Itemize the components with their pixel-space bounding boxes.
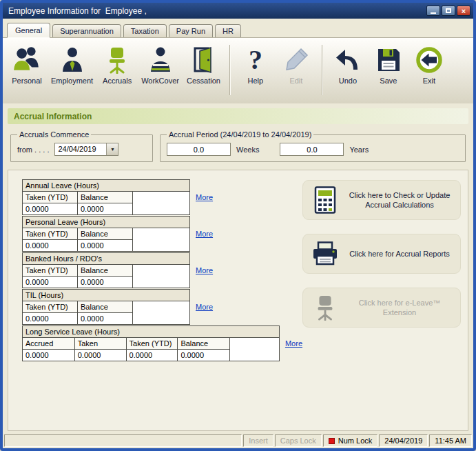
- column-header: Taken (YTD): [23, 301, 78, 313]
- toolbar-undo-label: Undo: [339, 77, 357, 85]
- accrual-main-panel: Annual Leave (Hours) Taken (YTD) Balance…: [8, 170, 468, 431]
- cell-value: 0.0000: [23, 350, 75, 361]
- column-header: Balance: [78, 265, 133, 277]
- toolbar-separator: [229, 45, 230, 95]
- side-buttons-column: Click here to Check or Update Accrual Ca…: [302, 179, 461, 423]
- person-tie-icon: [59, 43, 86, 74]
- content-area: Accrual Information Accruals Commence fr…: [3, 103, 473, 434]
- window-title: Employee Information for Employee ,: [8, 6, 147, 16]
- tab-hr[interactable]: HR: [215, 24, 241, 37]
- til-row: TIL (Hours) Taken (YTD) Balance 0.0000 0…: [22, 289, 302, 325]
- office-chair-icon: [103, 43, 131, 74]
- more-link-til[interactable]: More: [196, 303, 213, 311]
- tab-general[interactable]: General: [7, 23, 50, 38]
- column-header: Taken (YTD): [23, 228, 78, 240]
- cell-value: 0.0000: [74, 350, 126, 361]
- toolbar-separator: [322, 45, 322, 95]
- years-label: Years: [349, 146, 369, 154]
- accrual-period-legend: Accrual Period (24/04/2019 to 24/04/2019…: [167, 130, 313, 139]
- accrual-period-weeks-field[interactable]: [167, 143, 231, 156]
- office-chair-icon: [310, 294, 340, 321]
- status-caps-lock: Caps Lock: [275, 434, 322, 447]
- column-header: Accrued: [23, 338, 75, 350]
- banked-hours-table: Banked Hours / RDO's Taken (YTD) Balance…: [22, 252, 190, 288]
- accruals-commence-date-dropdown[interactable]: 24/04/2019 ▼: [54, 143, 118, 156]
- table-title: Personal Leave (Hours): [23, 217, 190, 228]
- num-lock-indicator-icon: [329, 438, 335, 444]
- long-service-leave-row: Long Service Leave (Hours) Accrued Taken…: [22, 325, 302, 361]
- toolbar-cessation-button[interactable]: Cessation: [185, 42, 223, 86]
- side-button-label: Click here for Accrual Reports: [346, 249, 453, 259]
- cell-value: 0.0000: [78, 277, 133, 288]
- section-header-title: Accrual Information: [14, 112, 92, 121]
- accrual-settings-row: Accruals Commence from . . . . 24/04/201…: [10, 130, 466, 162]
- column-header: Taken (YTD): [23, 265, 78, 277]
- column-header: Taken (YTD): [23, 192, 78, 203]
- toolbar-help-button[interactable]: ? Help: [237, 42, 274, 86]
- table-title: Long Service Leave (Hours): [23, 326, 280, 338]
- pencil-icon: [282, 43, 310, 74]
- cell-value: 0.0000: [178, 350, 230, 361]
- accrual-reports-button[interactable]: Click here for Accrual Reports: [302, 234, 461, 274]
- minimize-button[interactable]: [426, 6, 440, 16]
- table-title: Annual Leave (Hours): [23, 180, 190, 192]
- column-header: Balance: [78, 228, 133, 240]
- table-title: Banked Hours / RDO's: [23, 253, 190, 265]
- more-link-banked-hours[interactable]: More: [196, 266, 213, 274]
- side-button-label: Click here for e-Leave™ Extension: [346, 298, 453, 318]
- status-date: 24/04/2019: [379, 434, 428, 447]
- empty-cell: [230, 338, 280, 361]
- section-header-band: Accrual Information: [8, 108, 468, 124]
- exit-arrow-icon: [415, 43, 443, 74]
- toolbar-employment-button[interactable]: Employment: [49, 42, 95, 86]
- accrual-period-groupbox: Accrual Period (24/04/2019 to 24/04/2019…: [160, 130, 466, 162]
- toolbar-employment-label: Employment: [51, 77, 93, 85]
- toolbar-exit-button[interactable]: Exit: [411, 42, 448, 86]
- toolbar-accruals-button[interactable]: Accruals: [99, 42, 136, 86]
- empty-cell: [133, 301, 190, 325]
- banked-hours-row: Banked Hours / RDO's Taken (YTD) Balance…: [22, 252, 302, 288]
- cell-value: 0.0000: [23, 277, 78, 288]
- title-bar: Employee Information for Employee , ×: [3, 3, 473, 19]
- tab-superannuation[interactable]: Superannuation: [52, 24, 121, 37]
- maximize-button[interactable]: [442, 6, 455, 16]
- column-header: Taken: [74, 338, 126, 350]
- toolbar-undo-button[interactable]: Undo: [329, 42, 366, 86]
- toolbar-cessation-label: Cessation: [187, 77, 220, 85]
- column-header: Taken (YTD): [126, 338, 178, 350]
- maximize-icon: [446, 8, 451, 13]
- empty-cell: [133, 192, 190, 215]
- toolbar-workcover-button[interactable]: WorkCover: [139, 42, 181, 86]
- close-button[interactable]: ×: [457, 6, 470, 16]
- long-service-leave-table: Long Service Leave (Hours) Accrued Taken…: [22, 325, 280, 361]
- chevron-down-icon[interactable]: ▼: [106, 143, 118, 155]
- toolbar-save-button[interactable]: Save: [370, 42, 407, 86]
- toolbar-help-label: Help: [248, 77, 264, 85]
- status-num-lock: Num Lock: [323, 434, 378, 447]
- accrual-period-years-field[interactable]: [280, 143, 344, 156]
- toolbar-edit-button: Edit: [278, 42, 315, 86]
- column-header: Balance: [78, 301, 133, 313]
- more-link-personal-leave[interactable]: More: [196, 230, 213, 238]
- tab-pay-run[interactable]: Pay Run: [169, 24, 213, 37]
- annual-leave-table: Annual Leave (Hours) Taken (YTD) Balance…: [22, 179, 190, 215]
- accruals-commence-date-value: 24/04/2019: [55, 143, 106, 155]
- toolbar-edit-label: Edit: [289, 77, 302, 85]
- more-link-annual-leave[interactable]: More: [196, 193, 213, 201]
- side-button-label: Click here to Check or Update Accrual Ca…: [346, 190, 453, 210]
- toolbar-personal-button[interactable]: Personal: [8, 42, 45, 86]
- status-filler: [4, 434, 242, 447]
- status-bar: Insert Caps Lock Num Lock 24/04/2019 11:…: [3, 434, 473, 448]
- more-link-long-service-leave[interactable]: More: [285, 339, 302, 348]
- tab-taxation[interactable]: Taxation: [123, 24, 167, 37]
- check-update-accrual-calculations-button[interactable]: Click here to Check or Update Accrual Ca…: [302, 180, 461, 220]
- leave-tables-column: Annual Leave (Hours) Taken (YTD) Balance…: [22, 179, 302, 423]
- toolbar-accruals-label: Accruals: [103, 77, 132, 85]
- worker-icon: [147, 43, 174, 74]
- floppy-disk-icon: [375, 43, 402, 74]
- accruals-commence-groupbox: Accruals Commence from . . . . 24/04/201…: [10, 130, 153, 162]
- people-icon: [12, 43, 41, 74]
- cell-value: 0.0000: [23, 313, 78, 325]
- from-label: from . . . .: [17, 146, 49, 154]
- cell-value: 0.0000: [78, 313, 133, 325]
